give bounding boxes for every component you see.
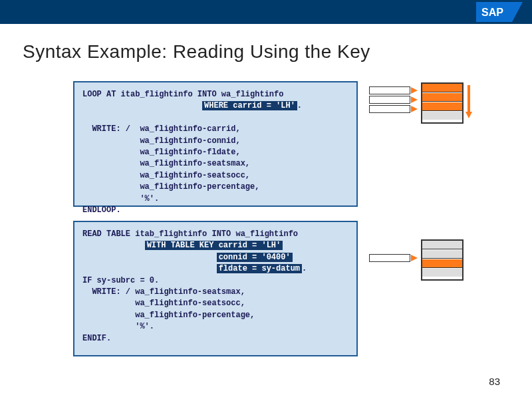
code-box-loop: LOOP AT itab_flightinfo INTO wa_flightin… (73, 81, 358, 207)
code-highlight-key1: WITH TABLE KEY carrid = 'LH' (145, 241, 283, 250)
table-row (422, 112, 462, 120)
internal-table-icon (421, 239, 464, 281)
code-line: wa_flightinfo-fldate, (82, 148, 241, 157)
table-row (422, 241, 462, 249)
work-area-row (369, 86, 410, 94)
table-row (422, 84, 462, 92)
code-highlight-key3: fldate = sy-datum (217, 264, 302, 273)
sap-logo-text: SAP (481, 7, 503, 18)
table-row (422, 102, 462, 111)
code-box-read: READ TABLE itab_flightinfo INTO wa_fligh… (73, 221, 358, 356)
arrow-right-icon (411, 255, 418, 261)
code-line: IF sy-subrc = 0. (82, 276, 159, 285)
internal-table-icon (421, 82, 464, 124)
code-line: wa_flightinfo-percentage, (82, 311, 255, 320)
code-highlight-where: WHERE carrid = 'LH' (202, 101, 297, 110)
code-line: READ TABLE itab_flightinfo INTO wa_fligh… (82, 229, 298, 239)
code-line: wa_flightinfo-percentage, (82, 182, 259, 192)
code-text: . (302, 264, 307, 273)
diagram-loop (369, 82, 495, 139)
code-line: wa_flightinfo-seatsocc, (82, 299, 245, 308)
table-row (422, 269, 462, 277)
arrow-right-icon (411, 96, 418, 103)
content-area: LOOP AT itab_flightinfo INTO wa_flightin… (0, 81, 532, 374)
diagram-read (369, 234, 495, 291)
loop-arrow-stem (467, 85, 470, 112)
work-area-row (369, 105, 410, 113)
code-line: LOOP AT itab_flightinfo INTO wa_flightin… (82, 90, 283, 99)
code-highlight-key2: connid = '0400' (217, 253, 293, 262)
code-line: wa_flightinfo-seatsocc, (82, 171, 250, 180)
code-line: WRITE: / wa_flightinfo-carrid, (82, 124, 241, 134)
work-area-row (369, 96, 410, 104)
code-line: WRITE: / wa_flightinfo-seatsmax, (82, 287, 245, 297)
table-row (422, 259, 462, 268)
code-line: '%'. (82, 194, 159, 203)
sap-logo: SAP (476, 2, 523, 22)
code-line: '%'. (82, 322, 154, 331)
code-text: . (297, 101, 302, 110)
page-number: 83 (489, 376, 500, 387)
arrow-right-icon (411, 106, 418, 112)
page-title: Syntax Example: Reading Using the Key (23, 41, 532, 63)
work-area-row (369, 254, 410, 262)
arrow-down-icon (466, 112, 472, 118)
code-line: ENDIF. (82, 334, 111, 343)
code-line: wa_flightinfo-seatsmax, (82, 159, 250, 168)
code-line: ENDLOOP. (82, 205, 121, 215)
table-row (422, 250, 462, 259)
header-bar: SAP (0, 0, 532, 24)
code-line: wa_flightinfo-connid, (82, 136, 241, 146)
table-row (422, 93, 462, 102)
arrow-right-icon (411, 87, 418, 94)
